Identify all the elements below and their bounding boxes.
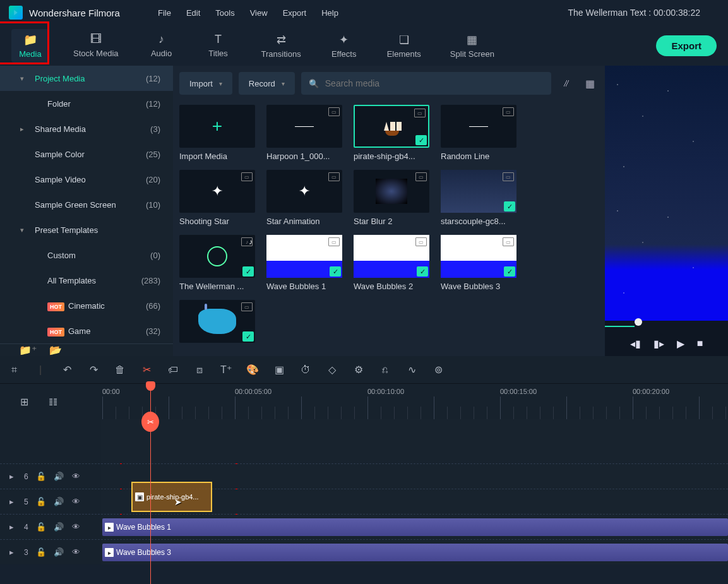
menu-file[interactable]: File	[158, 8, 171, 18]
open-folder-icon[interactable]: 📂	[49, 344, 62, 356]
crop-icon[interactable]: ⧈	[193, 364, 206, 376]
media-cell[interactable]: ▭Harpoon 1_000...	[266, 105, 342, 161]
new-folder-icon[interactable]: 📁⁺	[19, 344, 37, 356]
waveform-icon[interactable]: ∿	[405, 364, 418, 376]
media-cell[interactable]: ▭✓Wave Bubbles 3	[441, 235, 516, 291]
tab-stock-media[interactable]: 🎞 Stock Media	[68, 29, 124, 62]
tab-titles[interactable]: T Titles	[200, 29, 237, 62]
track-play-icon[interactable]: ▸	[6, 497, 16, 506]
media-cell[interactable]: ▭Star Blur 2	[354, 170, 429, 226]
marker-icon[interactable]: ⊚	[432, 364, 445, 376]
lock-icon[interactable]: 🔓	[36, 497, 46, 506]
media-cell[interactable]: +Import Media	[179, 105, 255, 161]
sidebar-item-project-media[interactable]: ▾Project Media(12)	[0, 66, 173, 91]
media-cell[interactable]: ▭✓Wave Bubbles 1	[266, 235, 342, 291]
media-thumbnail[interactable]: ▭✓	[441, 170, 516, 213]
dragging-clip[interactable]: ▣pirate-ship-gb4...➤	[131, 482, 212, 512]
tab-split-screen[interactable]: ▦ Split Screen	[445, 29, 499, 63]
tag-icon[interactable]: 🏷	[167, 364, 179, 376]
prev-frame-icon[interactable]: ◂▮	[630, 338, 641, 350]
keyframe-icon[interactable]: ◇	[326, 364, 338, 376]
sidebar-item-preset-templates[interactable]: ▾Preset Templates	[0, 217, 173, 242]
mute-icon[interactable]: 🔊	[54, 497, 64, 506]
import-dropdown[interactable]: Import ▾	[179, 72, 232, 95]
media-thumbnail[interactable]: ▭	[441, 105, 516, 148]
media-cell[interactable]: ✦▭Shooting Star	[179, 170, 255, 226]
text-tool-icon[interactable]: T⁺	[220, 364, 232, 376]
media-cell[interactable]: ♪♪✓The Wellerman ...	[179, 235, 255, 291]
sidebar-item-sample-green-screen[interactable]: Sample Green Screen(10)	[0, 192, 173, 217]
track-body[interactable]: ▣pirate-ship-gb4...➤	[101, 489, 728, 514]
preview-scrubber[interactable]	[605, 321, 728, 331]
media-thumbnail[interactable]: ▭✓	[266, 235, 342, 278]
media-thumbnail[interactable]: ▭✓	[179, 300, 255, 343]
speed-icon[interactable]: ⏱	[299, 364, 312, 376]
grid-view-icon[interactable]: ▦	[582, 74, 599, 93]
menu-view[interactable]: View	[250, 8, 268, 18]
track-body[interactable]: ▸Wave Bubbles 3	[101, 540, 728, 564]
menu-export[interactable]: Export	[283, 8, 307, 18]
tl-overview-icon[interactable]: ⌗	[8, 364, 20, 376]
sidebar-item-cinematic[interactable]: HOTCinematic(66)	[0, 293, 173, 318]
visibility-icon[interactable]: 👁	[71, 497, 81, 506]
media-cell[interactable]: ▭✓	[179, 300, 255, 347]
media-cell[interactable]: ▭✓Wave Bubbles 2	[354, 235, 429, 291]
delete-icon[interactable]: 🗑	[114, 364, 126, 376]
stop-icon[interactable]: ■	[697, 338, 703, 349]
export-button[interactable]: Export	[656, 35, 717, 56]
audio-mix-icon[interactable]: ⎌	[379, 364, 391, 376]
visibility-icon[interactable]: 👁	[71, 522, 81, 532]
media-thumbnail[interactable]: ✦▭	[179, 170, 255, 213]
search-box[interactable]: 🔍	[301, 72, 551, 95]
record-dropdown[interactable]: Record ▾	[239, 72, 295, 95]
search-input[interactable]	[325, 78, 544, 88]
lock-icon[interactable]: 🔓	[36, 522, 46, 532]
filter-icon[interactable]: ⫽	[558, 74, 575, 93]
sidebar-item-folder[interactable]: Folder(12)	[0, 91, 173, 116]
mute-icon[interactable]: 🔊	[54, 547, 64, 557]
media-thumbnail[interactable]: ♪♪✓	[179, 235, 255, 278]
sidebar-item-all-templates[interactable]: All Templates(283)	[0, 268, 173, 293]
track-play-icon[interactable]: ▸	[6, 522, 16, 532]
sidebar-item-custom[interactable]: Custom(0)	[0, 242, 173, 268]
menu-help[interactable]: Help	[321, 8, 338, 18]
media-thumbnail[interactable]: ▭✓	[354, 105, 429, 148]
track-body[interactable]: ▸Wave Bubbles 1	[101, 515, 728, 539]
scissors-icon[interactable]: ✂	[140, 364, 153, 376]
mute-icon[interactable]: 🔊	[54, 472, 64, 481]
sidebar-item-shared-media[interactable]: ▸Shared Media(3)	[0, 116, 173, 141]
add-track-icon[interactable]: ⊞	[18, 396, 30, 408]
sidebar-item-game[interactable]: HOTGame(32)	[0, 318, 173, 343]
media-cell[interactable]: ▭Random Line	[441, 105, 516, 161]
visibility-icon[interactable]: 👁	[71, 472, 81, 481]
link-icon[interactable]: 𝌮	[47, 396, 59, 408]
caption-icon[interactable]: ▣	[273, 364, 285, 376]
next-frame-icon[interactable]: ▮▸	[653, 338, 664, 350]
media-thumbnail[interactable]: ▭	[266, 105, 342, 148]
track-play-icon[interactable]: ▸	[6, 472, 16, 481]
sidebar-item-sample-video[interactable]: Sample Video(20)	[0, 167, 173, 192]
timeline-clip[interactable]: ▸Wave Bubbles 1	[102, 518, 728, 536]
lock-icon[interactable]: 🔓	[36, 472, 46, 481]
sidebar-item-sample-color[interactable]: Sample Color(25)	[0, 141, 173, 167]
media-thumbnail[interactable]: ▭✓	[441, 235, 516, 278]
mute-icon[interactable]: 🔊	[54, 522, 64, 532]
tab-audio[interactable]: ♪ Audio	[143, 29, 181, 62]
timeline-ruler[interactable]: ✂ 00:0000:00:05:0000:00:10:0000:00:15:00…	[101, 384, 728, 419]
tab-effects[interactable]: ✦ Effects	[325, 29, 363, 63]
media-thumbnail[interactable]: ▭✓	[354, 235, 429, 278]
visibility-icon[interactable]: 👁	[71, 547, 81, 557]
playhead[interactable]: ✂	[150, 384, 151, 584]
track-play-icon[interactable]: ▸	[6, 547, 16, 557]
tab-elements[interactable]: ❏ Elements	[382, 29, 426, 63]
tab-transitions[interactable]: ⇄ Transitions	[256, 29, 306, 63]
menu-edit[interactable]: Edit	[186, 8, 200, 18]
media-thumbnail[interactable]: ▭	[354, 170, 429, 213]
play-icon[interactable]: ▶	[677, 338, 684, 350]
media-cell[interactable]: ▭✓starscouple-gc8...	[441, 170, 516, 226]
lock-icon[interactable]: 🔓	[36, 547, 46, 557]
media-cell[interactable]: ✦▭Star Animation	[266, 170, 342, 226]
color-icon[interactable]: 🎨	[246, 364, 259, 376]
timeline-clip[interactable]: ▸Wave Bubbles 3	[102, 544, 728, 561]
playhead-scissors-icon[interactable]: ✂	[141, 412, 159, 432]
